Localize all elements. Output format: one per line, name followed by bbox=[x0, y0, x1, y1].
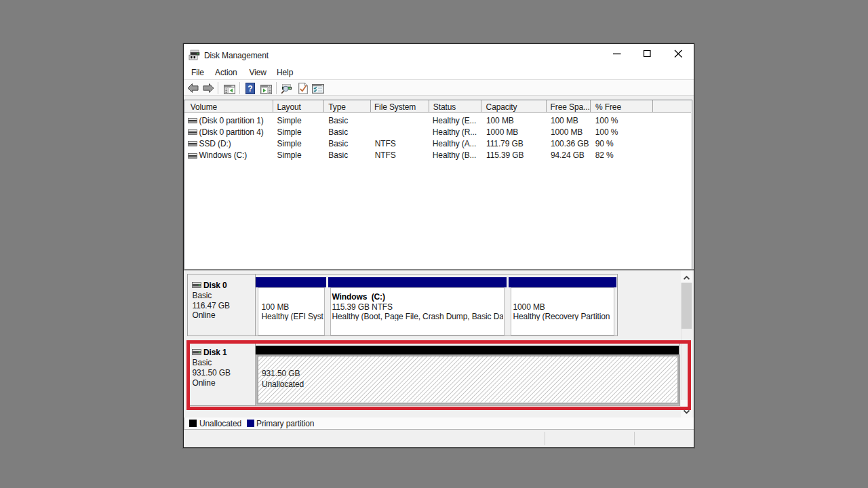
svg-text:?: ? bbox=[248, 84, 252, 94]
